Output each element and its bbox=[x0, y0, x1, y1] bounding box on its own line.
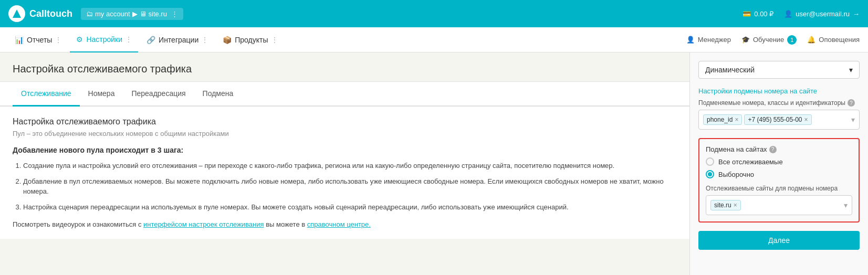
breadcrumb-sep: ▶ bbox=[132, 10, 138, 18]
balance-amount: 0.00 ₽ bbox=[754, 10, 773, 18]
breadcrumb-site[interactable]: site.ru bbox=[149, 10, 167, 18]
balance-icon: 💳 bbox=[742, 10, 751, 18]
nav-bar: 📊 Отчеты ⋮ ⚙ Настройки ⋮ 🔗 Интеграции ⋮ … bbox=[0, 27, 868, 52]
radio-circle-selective bbox=[706, 170, 714, 178]
field-label-numbers: Подменяемые номера, классы и идентификат… bbox=[698, 99, 860, 107]
user-info[interactable]: 👤 user@usermail.ru → bbox=[784, 10, 860, 18]
tab-substitution[interactable]: Подмена bbox=[194, 82, 242, 107]
substitution-title: Подмена на сайтах ? bbox=[706, 145, 852, 153]
footer-link-2[interactable]: справочном центре. bbox=[307, 220, 371, 228]
radio-selective-label: Выборочно bbox=[718, 171, 754, 178]
help-icon-substitution[interactable]: ? bbox=[769, 146, 777, 153]
step-3: Настройка сценария переадресации на испо… bbox=[23, 202, 677, 213]
step-1: Создание пула и настройка условий его от… bbox=[23, 161, 677, 171]
products-label: Продукты bbox=[235, 36, 268, 44]
tag-phone-id-text: phone_id bbox=[707, 116, 733, 123]
breadcrumb-menu-icon[interactable]: ⋮ bbox=[171, 10, 178, 18]
section-label: Настройки подмены номера на сайте bbox=[698, 87, 860, 95]
nav-item-reports[interactable]: 📊 Отчеты ⋮ bbox=[8, 27, 68, 52]
nav-right: 👤 Менеджер 🎓 Обучение 1 🔔 Оповещения bbox=[686, 35, 860, 45]
nav-left: 📊 Отчеты ⋮ ⚙ Настройки ⋮ 🔗 Интеграции ⋮ … bbox=[8, 27, 284, 52]
content-title: Настройка отслеживаемого трафика bbox=[13, 117, 677, 126]
nav-item-settings[interactable]: ⚙ Настройки ⋮ bbox=[70, 27, 138, 52]
reports-label: Отчеты bbox=[27, 36, 52, 44]
integrations-menu[interactable]: ⋮ bbox=[202, 36, 208, 44]
tag-phone-number-close[interactable]: × bbox=[804, 116, 808, 123]
footer-link-1[interactable]: интерфейсом настроек отслеживания bbox=[143, 220, 264, 228]
sites-tags-input[interactable]: site.ru × ▾ bbox=[706, 195, 852, 215]
nav-item-integrations[interactable]: 🔗 Интеграции ⋮ bbox=[140, 27, 214, 52]
settings-label: Настройки bbox=[86, 35, 122, 44]
next-button[interactable]: Далее bbox=[698, 231, 860, 250]
sites-arrow-icon: ▾ bbox=[844, 201, 848, 209]
radio-selective[interactable]: Выборочно bbox=[706, 170, 852, 178]
footer-text-1: Посмотреть видеоурок и ознакомиться с bbox=[13, 220, 143, 228]
radio-all[interactable]: Все отслеживаемые bbox=[706, 157, 852, 166]
right-panel: Динамический ▾ Настройки подмены номера … bbox=[689, 52, 868, 275]
left-content: Настройка отслеживаемого трафика Отслежи… bbox=[0, 52, 689, 275]
top-header: Calltouch 🗂 my account ▶ 🖥 site.ru ⋮ 💳 0… bbox=[0, 0, 868, 27]
content-area: Настройка отслеживаемого трафика Пул – э… bbox=[0, 107, 689, 239]
learning-icon: 🎓 bbox=[741, 36, 750, 44]
tab-redirection[interactable]: Переадресация bbox=[123, 82, 194, 107]
notifications-icon: 🔔 bbox=[807, 36, 815, 44]
reports-menu[interactable]: ⋮ bbox=[55, 36, 61, 44]
logo[interactable]: Calltouch bbox=[8, 5, 72, 22]
steps-list: Создание пула и настройка условий его от… bbox=[23, 161, 677, 212]
dropdown-value: Динамический bbox=[705, 66, 755, 74]
header-left: Calltouch 🗂 my account ▶ 🖥 site.ru ⋮ bbox=[8, 5, 183, 22]
numbers-tags-input[interactable]: phone_id × +7 (495) 555-05-00 × ▾ bbox=[698, 110, 860, 130]
header-right: 💳 0.00 ₽ 👤 user@usermail.ru → bbox=[742, 10, 860, 18]
products-icon: 📦 bbox=[223, 36, 232, 44]
radio-group: Все отслеживаемые Выборочно bbox=[706, 157, 852, 178]
tag-site: site.ru × bbox=[710, 200, 741, 210]
content-subtitle: Пул – это объединение нескольких номеров… bbox=[13, 130, 677, 138]
breadcrumb[interactable]: 🗂 my account ▶ 🖥 site.ru ⋮ bbox=[81, 8, 183, 20]
tags-arrow-icon: ▾ bbox=[851, 115, 855, 124]
tab-numbers[interactable]: Номера bbox=[80, 82, 123, 107]
tab-tracking[interactable]: Отслеживание bbox=[13, 82, 80, 107]
svg-marker-0 bbox=[13, 9, 21, 18]
type-dropdown[interactable]: Динамический ▾ bbox=[698, 61, 860, 79]
logo-text: Calltouch bbox=[29, 8, 72, 19]
tabs-bar: Отслеживание Номера Переадресация Подмен… bbox=[0, 82, 689, 107]
radio-circle-all bbox=[706, 157, 714, 166]
tag-phone-id-close[interactable]: × bbox=[735, 116, 738, 123]
footer-text: Посмотреть видеоурок и ознакомиться с ин… bbox=[13, 220, 677, 228]
logout-icon[interactable]: → bbox=[853, 10, 860, 18]
products-menu[interactable]: ⋮ bbox=[271, 36, 278, 44]
page-title-area: Настройка отслеживаемого трафика bbox=[0, 52, 689, 82]
nav-item-products[interactable]: 📦 Продукты ⋮ bbox=[216, 27, 284, 52]
substitution-box: Подмена на сайтах ? Все отслеживаемые Вы… bbox=[698, 138, 860, 223]
tag-phone-number: +7 (495) 555-05-00 × bbox=[744, 114, 811, 125]
footer-text-2: вы можете в bbox=[266, 220, 307, 228]
breadcrumb-account[interactable]: my account bbox=[95, 10, 130, 18]
dropdown-arrow-icon: ▾ bbox=[849, 66, 853, 74]
user-icon: 👤 bbox=[784, 10, 792, 18]
logo-icon bbox=[8, 5, 25, 22]
learning-badge: 1 bbox=[787, 35, 797, 45]
integrations-icon: 🔗 bbox=[147, 36, 155, 44]
page-title: Настройка отслеживаемого трафика bbox=[13, 63, 677, 75]
user-email: user@usermail.ru bbox=[796, 10, 850, 18]
tag-site-close[interactable]: × bbox=[734, 202, 737, 209]
integrations-label: Интеграции bbox=[159, 36, 198, 44]
learning-label: Обучение bbox=[753, 36, 784, 44]
notifications-label: Оповещения bbox=[819, 36, 860, 44]
manager-icon: 👤 bbox=[686, 36, 695, 44]
radio-all-label: Все отслеживаемые bbox=[718, 158, 783, 166]
sites-field-label: Отслеживаемые сайты для подмены номера bbox=[706, 185, 852, 192]
tag-phone-id: phone_id × bbox=[703, 114, 742, 125]
balance-display: 💳 0.00 ₽ bbox=[742, 10, 773, 18]
step-2: Добавление в пул отслеживаемых номеров. … bbox=[23, 176, 677, 197]
tag-site-text: site.ru bbox=[714, 202, 731, 209]
nav-manager[interactable]: 👤 Менеджер bbox=[686, 36, 731, 44]
main-layout: Настройка отслеживаемого трафика Отслежи… bbox=[0, 52, 868, 275]
settings-icon: ⚙ bbox=[76, 35, 83, 44]
tag-phone-number-text: +7 (495) 555-05-00 bbox=[748, 116, 802, 123]
nav-notifications[interactable]: 🔔 Оповещения bbox=[807, 36, 860, 44]
breadcrumb-icon-site: 🖥 bbox=[140, 10, 147, 18]
nav-learning[interactable]: 🎓 Обучение 1 bbox=[741, 35, 797, 45]
settings-menu[interactable]: ⋮ bbox=[126, 36, 132, 43]
help-icon-numbers[interactable]: ? bbox=[848, 99, 855, 107]
